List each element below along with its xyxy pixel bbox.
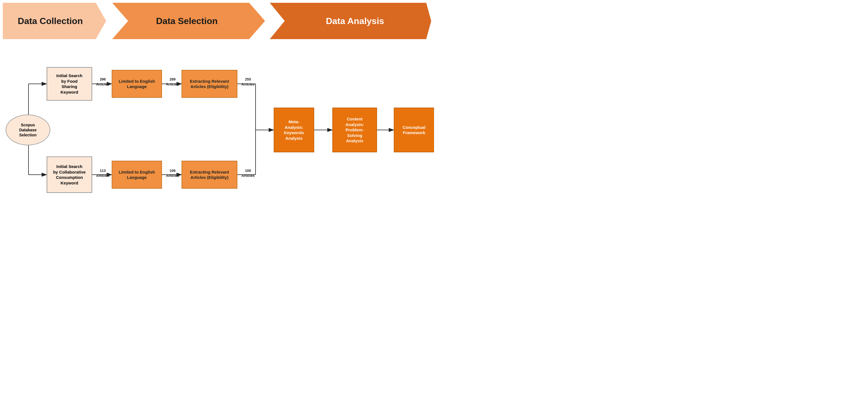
count-bot-2: 106 Articles (164, 168, 181, 178)
count-top-3: 255 Articles (240, 77, 256, 87)
english-limit-top-label: Limited to English Language (119, 79, 155, 89)
extracting-bottom: Extracting Relevant Articles (Eligibilit… (182, 161, 238, 189)
meta-analysis-label: Meta- Analysis: Keywords Analysis (284, 119, 304, 141)
scopus-label: Scopus Database Selection (19, 122, 37, 138)
analysis-label: Data Analysis (326, 16, 384, 26)
count-top-2: 289 Articles (164, 77, 181, 87)
selection-label: Data Selection (156, 16, 218, 26)
scopus-ellipse: Scopus Database Selection (6, 115, 50, 145)
conceptual-framework-box: Conceptual Framework (394, 108, 434, 152)
count-bot-1: 113 Articles (94, 168, 111, 178)
extracting-top-label: Extracting Relevant Articles (Eligibilit… (190, 79, 229, 89)
count-bot-3: 100 Articles (240, 168, 256, 178)
collection-label: Data Collection (18, 16, 83, 26)
banner-analysis: Data Analysis (265, 3, 431, 39)
meta-analysis-box: Meta- Analysis: Keywords Analysis (274, 108, 314, 152)
content-analysis-box: Content Analysis: Problem- Solving Analy… (332, 108, 377, 152)
extracting-bottom-label: Extracting Relevant Articles (Eligibilit… (190, 169, 229, 180)
english-limit-bottom-label: Limited to English Language (119, 169, 155, 180)
banner-collection: Data Collection (3, 3, 106, 39)
count-top-1: 296 Articles (94, 77, 111, 87)
initial-search-food-label: Initial Search by Food Sharing Keyword (56, 73, 83, 95)
english-limit-bottom: Limited to English Language (112, 161, 162, 189)
diagram: Scopus Database Selection Initial Search… (3, 48, 431, 212)
extracting-top: Extracting Relevant Articles (Eligibilit… (182, 70, 238, 98)
initial-search-collab-label: Initial Search by Collaborative Consumpt… (53, 164, 86, 186)
content-analysis-label: Content Analysis: Problem- Solving Analy… (345, 116, 364, 144)
conceptual-framework-label: Conceptual Framework (403, 125, 426, 136)
initial-search-food: Initial Search by Food Sharing Keyword (46, 67, 92, 100)
english-limit-top: Limited to English Language (112, 70, 162, 98)
initial-search-collab: Initial Search by Collaborative Consumpt… (46, 156, 92, 193)
banner: Data Collection Data Selection Data Anal… (3, 3, 431, 39)
banner-selection: Data Selection (106, 3, 265, 39)
